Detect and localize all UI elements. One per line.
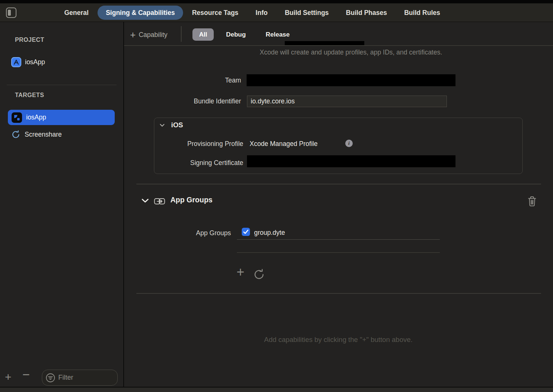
tab-build-settings[interactable]: Build Settings (276, 6, 337, 20)
window-top-edge (0, 0, 553, 3)
app-groups-disclosure-chevron-icon[interactable] (141, 198, 149, 203)
project-section-header: PROJECT (15, 37, 44, 43)
ios-disclosure-chevron-icon[interactable] (160, 124, 165, 127)
app-group-name: group.dyte (254, 228, 285, 237)
bundle-identifier-input[interactable] (247, 96, 447, 107)
plus-icon: + (130, 30, 136, 40)
dyte-app-icon (12, 112, 22, 123)
provisioning-profile-value: Xcode Managed Profile (250, 139, 318, 149)
tab-signing-capabilities[interactable]: Signing & Capabilities (98, 6, 183, 20)
delete-capability-trash-icon[interactable] (527, 196, 537, 207)
project-editor-tabs: General Signing & Capabilities Resource … (56, 3, 448, 22)
ios-section-title: iOS (171, 121, 183, 129)
filter-input[interactable] (58, 374, 114, 382)
app-groups-section-title: App Groups (170, 196, 213, 204)
segment-release[interactable]: Release (260, 28, 295, 41)
xcode-project-icon (11, 57, 21, 67)
sidebar-section-divider (7, 85, 117, 85)
targets-section-header: TARGETS (15, 92, 44, 99)
group-row-underline (237, 239, 440, 240)
screenshare-extension-icon (11, 130, 21, 139)
target-item-label: Screenshare (25, 131, 62, 139)
info-icon[interactable]: i (345, 140, 353, 147)
section-divider (136, 293, 541, 294)
add-app-group-button[interactable]: + (237, 264, 244, 280)
remove-target-button[interactable]: − (22, 369, 30, 380)
add-target-button[interactable]: + (5, 372, 12, 382)
section-divider (136, 184, 541, 184)
tab-resource-tags[interactable]: Resource Tags (184, 6, 247, 20)
target-item-label: iosApp (26, 113, 46, 121)
app-groups-row-label: App Groups (157, 228, 231, 238)
segment-debug[interactable]: Debug (221, 28, 251, 41)
tab-info[interactable]: Info (247, 6, 276, 20)
editor-tab-bar: General Signing & Capabilities Resource … (0, 3, 553, 22)
group-row-underline (237, 252, 440, 253)
sidebar-item-target-screenshare[interactable]: Screenshare (11, 128, 62, 140)
sidebar-panel-icon (8, 10, 11, 16)
signing-certificate-redacted (247, 155, 455, 167)
tab-build-rules[interactable]: Build Rules (396, 6, 448, 20)
sidebar-toggle-button[interactable] (6, 7, 16, 18)
add-capability-button[interactable]: + Capability (130, 28, 167, 41)
add-capability-label: Capability (139, 31, 167, 39)
debug-bar-top-strip (0, 388, 553, 392)
signing-certificate-label: Signing Certificate (157, 158, 243, 168)
provisioning-profile-label: Provisioning Profile (157, 139, 243, 149)
segment-all[interactable]: All (192, 28, 214, 41)
app-group-checkbox[interactable] (242, 228, 250, 236)
team-popup-redacted[interactable] (247, 74, 455, 86)
capability-bar-bottom-border (124, 45, 553, 46)
empty-capabilities-note: Add capabilities by clicking the "+" but… (124, 336, 553, 344)
xcode-window: General Signing & Capabilities Resource … (0, 0, 553, 392)
project-item-label: iosApp (25, 58, 45, 66)
refresh-app-groups-button[interactable] (253, 268, 265, 281)
tab-build-phases[interactable]: Build Phases (338, 6, 395, 20)
sidebar-divider (123, 22, 124, 387)
sidebar-item-target-iosapp[interactable]: iosApp (8, 110, 115, 125)
checkmark-icon (243, 229, 249, 234)
signing-help-note: Xcode will create and update profiles, a… (260, 47, 449, 57)
filter-field[interactable] (42, 370, 118, 386)
team-label: Team (149, 75, 241, 85)
app-groups-capability-icon (154, 197, 165, 206)
filter-icon (46, 373, 55, 383)
tab-general[interactable]: General (56, 6, 97, 20)
partially-scrolled-redacted-row (285, 41, 364, 45)
capability-bar-divider (181, 26, 182, 42)
sidebar-item-project-iosapp[interactable]: iosApp (11, 56, 45, 68)
bundle-identifier-label: Bundle Identifier (149, 96, 241, 106)
